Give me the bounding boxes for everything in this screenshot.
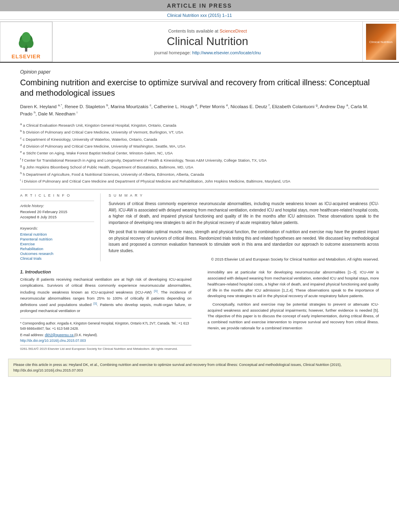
- bottom-citation-text: Please cite this article in press as: He…: [13, 363, 341, 372]
- affil-b: b b Division of Pulmonary and Critical C…: [20, 129, 379, 135]
- affil-g: g g John Hopkins Bloomberg School of Pub…: [20, 164, 379, 170]
- keyword-5: Outcomes research: [20, 251, 94, 256]
- summary-column: S U M M A R Y Survivors of critical illn…: [109, 193, 379, 261]
- email-label: E-mail address:: [20, 333, 45, 337]
- info-summary-section: A R T I C L E I N F O Article history: R…: [20, 189, 379, 261]
- affiliations: a a Clinical Evaluation Research Unit, K…: [20, 122, 379, 185]
- and-text: and: [49, 303, 56, 307]
- summary-para-1: Survivors of critical illness commonly e…: [109, 201, 379, 226]
- sciencedirect-prefix: Contents lists available at: [168, 29, 220, 33]
- elsevier-tree-icon: [14, 31, 38, 53]
- copyright-line: © 2015 Elsevier Ltd and European Society…: [109, 257, 379, 261]
- intro-para-right-2: Conceptually, nutrition and exercise may…: [208, 302, 379, 331]
- accepted-date: Accepted 8 July 2015: [20, 215, 94, 219]
- received-date: Received 20 February 2015: [20, 210, 94, 214]
- homepage-url[interactable]: http://www.elsevier.com/locate/clnu: [192, 50, 261, 55]
- intro-text-right: immobility are at particular risk for de…: [208, 269, 379, 331]
- article-info-heading: A R T I C L E I N F O: [20, 193, 94, 197]
- journal-header: ELSEVIER Contents lists available at Sci…: [0, 21, 399, 63]
- elsevier-label: ELSEVIER: [12, 53, 41, 60]
- banner-text: ARTICLE IN PRESS: [167, 2, 232, 9]
- keyword-1: Enteral nutrition: [20, 232, 94, 236]
- intro-text-left: Critically ill patients receiving mechan…: [20, 277, 191, 314]
- elsevier-logo: ELSEVIER: [12, 31, 41, 60]
- info-divider: [20, 201, 94, 201]
- journal-title: Clinical Nutrition: [167, 35, 248, 48]
- sciencedirect-link[interactable]: ScienceDirect: [220, 29, 247, 33]
- affil-a: a a Clinical Evaluation Research Unit, K…: [20, 122, 379, 128]
- history-label: Article history:: [20, 203, 94, 208]
- email-link[interactable]: dkh2@queensu.ca: [45, 333, 74, 337]
- keyword-2: Parenteral nutrition: [20, 237, 94, 241]
- keywords-label: Keywords:: [20, 226, 94, 230]
- citation-line: Clinical Nutrition xxx (2015) 1–11: [0, 11, 399, 20]
- affil-e: e e Sticht Center on Aging, Wake Forest …: [20, 150, 379, 156]
- main-content: Opinion paper Combining nutrition and ex…: [0, 63, 399, 355]
- homepage-line: journal homepage: http://www.elsevier.co…: [154, 50, 261, 55]
- introduction-section: 1. Introduction Critically ill patients …: [20, 269, 379, 351]
- footnote-area: * Corresponding author. Angada 4, Kingst…: [20, 318, 191, 351]
- keyword-4: Rehabilitation: [20, 246, 94, 251]
- bottom-citation-box: Please cite this article in press as: He…: [8, 359, 391, 377]
- doi-link[interactable]: http://dx.doi.org/10.1016/j.clnu.2015.07…: [20, 339, 191, 343]
- journal-logo-right: Clinical Nutrition: [363, 22, 399, 62]
- intro-para-left-1: Critically ill patients receiving mechan…: [20, 277, 191, 314]
- article-type-label: Opinion paper: [20, 69, 379, 75]
- journal-cover-image: Clinical Nutrition: [366, 24, 396, 60]
- summary-para-2: We posit that to maintain optimal muscle…: [109, 229, 379, 254]
- citation-text: Clinical Nutrition xxx (2015) 1–11: [167, 13, 232, 18]
- article-info-column: A R T I C L E I N F O Article history: R…: [20, 193, 101, 261]
- article-in-press-banner: ARTICLE IN PRESS: [0, 0, 399, 11]
- intro-section-title: 1. Introduction: [20, 269, 191, 274]
- corresponding-author: * Corresponding author. Angada 4, Kingst…: [20, 321, 191, 331]
- svg-point-4: [22, 32, 31, 43]
- issn-line: 0261-5614/© 2015 Elsevier Ltd and Europe…: [20, 345, 191, 351]
- journal-center: Contents lists available at ScienceDirec…: [52, 22, 363, 62]
- affil-f: f f Center for Translational Research in…: [20, 157, 379, 163]
- keywords-divider: [20, 222, 94, 222]
- keyword-3: Exercise: [20, 242, 94, 246]
- elsevier-logo-container: ELSEVIER: [0, 22, 52, 62]
- article-title: Combining nutrition and exercise to opti…: [20, 77, 379, 98]
- affil-i: i i Division of Pulmonary and Critical C…: [20, 178, 379, 184]
- email-line: E-mail address: dkh2@queensu.ca (D.K. He…: [20, 333, 191, 338]
- keyword-6: Clinical trials: [20, 256, 94, 261]
- affil-c: c c Department of Kinesiology, Universit…: [20, 136, 379, 142]
- page: ARTICLE IN PRESS Clinical Nutrition xxx …: [0, 0, 399, 532]
- intro-para-right-1: immobility are at particular risk for de…: [208, 269, 379, 299]
- intro-col-left: 1. Introduction Critically ill patients …: [20, 269, 195, 351]
- affil-h: h h Department of Agriculture, Food & Nu…: [20, 171, 379, 177]
- sciencedirect-line: Contents lists available at ScienceDirec…: [168, 29, 247, 33]
- affil-d: d d Division of Pulmonary and Critical C…: [20, 143, 379, 149]
- summary-heading: S U M M A R Y: [109, 193, 379, 197]
- authors-line: Daren K. Heyland a, *, Renee D. Stapleto…: [20, 103, 379, 118]
- summary-text: Survivors of critical illness commonly e…: [109, 201, 379, 254]
- homepage-prefix: journal homepage:: [154, 50, 192, 55]
- intro-col-right: immobility are at particular risk for de…: [204, 269, 379, 351]
